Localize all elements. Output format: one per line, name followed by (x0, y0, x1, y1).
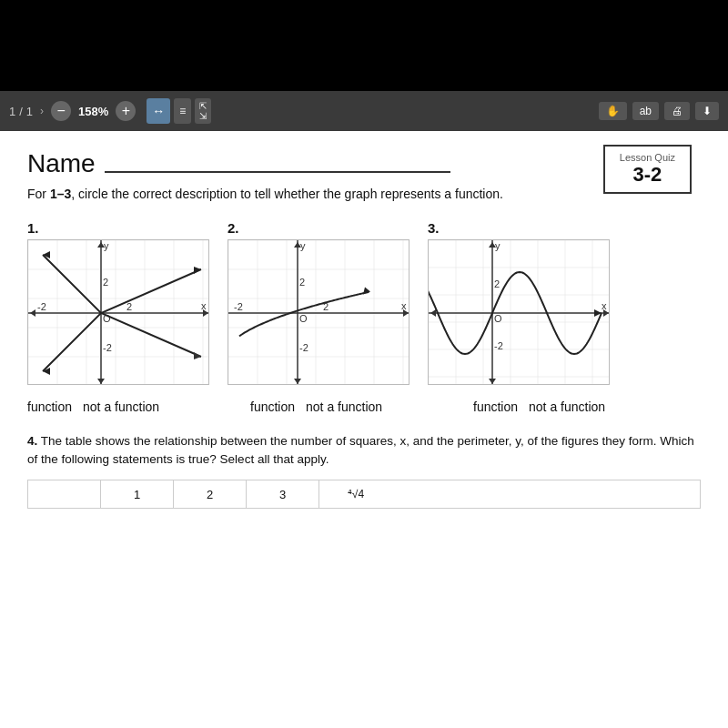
problem-2-header: 2. (228, 220, 239, 236)
text-tool-button[interactable]: ab (632, 102, 659, 120)
table-cell-3: 3 (247, 480, 319, 508)
question-4-number: 4. (27, 434, 37, 448)
toolbar: 1 / 1 › − 158% + ↔ ≡ ⇱⇲ ✋ ab 🖨 ⬇ (0, 91, 728, 131)
label-2-not-function: not a function (306, 399, 382, 414)
view-controls: ↔ ≡ ⇱⇲ (147, 98, 211, 124)
download-button[interactable]: ⬇ (695, 102, 719, 120)
actual-size-button[interactable]: ⇱⇲ (195, 98, 211, 124)
graph-2-canvas (228, 240, 410, 385)
hand-tool-button[interactable]: ✋ (599, 102, 627, 120)
fit-width-button[interactable]: ↔ (147, 98, 170, 124)
page-indicator: 1 / 1 (9, 105, 33, 118)
graph-1 (27, 239, 209, 385)
table-number-row: 1 2 3 ⁴√4 (27, 480, 701, 509)
label-pair-3: function not a function (473, 399, 696, 414)
problem-2: 2. (228, 220, 410, 385)
problem-1: 1. (27, 220, 209, 385)
labels-row: function not a function function not a f… (27, 399, 701, 414)
lesson-quiz-number: 3-2 (620, 163, 675, 187)
page-separator: / (19, 105, 23, 118)
content-area: Name Lesson Quiz 3-2 For 1–3, circle the… (0, 131, 728, 728)
name-section: Name Lesson Quiz 3-2 (27, 149, 701, 178)
name-label: Name (27, 149, 96, 178)
label-pair-2: function not a function (250, 399, 473, 414)
question-4-text: The table shows the relationship between… (27, 434, 694, 466)
fit-page-button[interactable]: ≡ (174, 98, 191, 124)
zoom-out-button[interactable]: − (51, 101, 71, 121)
label-3-not-function: not a function (529, 399, 605, 414)
graph-3 (428, 239, 610, 385)
table-cell-2: 2 (174, 480, 247, 508)
chevron-right-icon: › (40, 105, 44, 117)
name-underline (105, 171, 450, 173)
table-cell-1: 1 (101, 480, 174, 508)
label-2-function: function (250, 399, 295, 414)
problem-3: 3. (428, 220, 610, 385)
zoom-level: 158% (78, 105, 108, 118)
graph-1-canvas (28, 240, 209, 385)
top-black-bar (0, 0, 728, 91)
graph-2 (228, 239, 410, 385)
graph-3-canvas (429, 240, 610, 385)
print-button[interactable]: 🖨 (664, 102, 690, 120)
problems-row: 1. 2. 3. (27, 220, 701, 385)
label-pair-1: function not a function (27, 399, 250, 414)
instructions: For 1–3, circle the correct description … (27, 186, 701, 204)
table-cell-0 (28, 480, 101, 508)
zoom-in-button[interactable]: + (116, 101, 136, 121)
toolbar-right-controls: ✋ ab 🖨 ⬇ (599, 102, 719, 120)
lesson-quiz-label: Lesson Quiz (620, 152, 675, 163)
current-page: 1 (9, 105, 15, 118)
total-pages: 1 (26, 105, 33, 118)
lesson-quiz-box: Lesson Quiz 3-2 (603, 145, 692, 194)
label-3-function: function (473, 399, 518, 414)
problem-3-header: 3. (428, 220, 440, 236)
label-1-not-function: not a function (83, 399, 159, 414)
question-4: 4. The table shows the relationship betw… (27, 432, 701, 470)
problem-1-header: 1. (27, 220, 39, 236)
label-1-function: function (27, 399, 72, 414)
table-cell-4: ⁴√4 (319, 480, 392, 508)
